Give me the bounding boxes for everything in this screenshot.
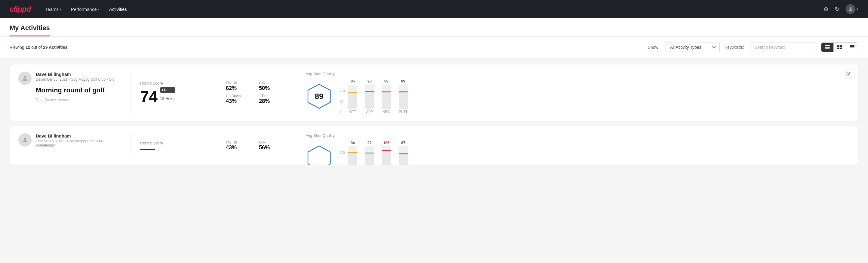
avatar xyxy=(18,71,32,85)
shot-quality-label: Avg Shot Quality xyxy=(306,133,335,138)
page-title: My Activities xyxy=(10,24,50,36)
user-name: Dave Billingham xyxy=(36,71,114,77)
cards-container: Dave Billingham December 05, 2021 - Gog … xyxy=(0,64,868,165)
y-axis: 100 50 0 xyxy=(340,89,345,113)
bar-ott: 94 OTT xyxy=(347,141,359,165)
round-score-section: Round Score 74 +4 18 Holes xyxy=(140,71,206,113)
svg-rect-2 xyxy=(825,47,830,48)
svg-point-14 xyxy=(24,138,26,140)
svg-rect-5 xyxy=(840,45,842,47)
card-left: Dave Billingham October 16, 2021 - Gog M… xyxy=(18,133,121,157)
stat-fw-hit: FW Hit 62% xyxy=(226,81,253,91)
shot-quality-label: Avg Shot Quality xyxy=(306,71,335,76)
divider xyxy=(296,71,296,113)
bar-chart: 100 50 0 94 OTT xyxy=(340,141,409,165)
chevron-down-icon: ▾ xyxy=(857,7,858,11)
bar-app: 92 APP xyxy=(364,141,376,165)
stats-grid: FW Hit 43% GIR 56% xyxy=(226,140,286,151)
page-header: My Activities xyxy=(0,18,868,37)
nav-activities[interactable]: Activities xyxy=(109,4,127,14)
svg-rect-3 xyxy=(825,49,830,49)
nav-right: ⊕ ↻ ▾ xyxy=(824,4,858,14)
score-holes: 18 Holes xyxy=(160,96,175,101)
add-icon[interactable]: ⊕ xyxy=(824,5,829,12)
svg-point-0 xyxy=(850,7,851,9)
divider xyxy=(216,71,216,113)
activity-card: Dave Billingham December 05, 2021 - Gog … xyxy=(10,64,858,121)
divider xyxy=(296,133,296,157)
activity-card-2: Dave Billingham October 16, 2021 - Gog M… xyxy=(10,126,858,165)
round-score-label: Round Score xyxy=(140,141,206,145)
user-avatar-button[interactable]: ▾ xyxy=(846,4,858,14)
card-title: Morning round of golf xyxy=(36,86,114,94)
keywords-label: Keywords: xyxy=(724,45,744,50)
activity-type-select[interactable]: All Activity Types xyxy=(665,42,720,52)
round-score-section: Round Score xyxy=(140,133,206,157)
bar-arg: 89 ARG xyxy=(380,79,393,113)
round-score-label: Round Score xyxy=(140,81,206,85)
logo: clippd xyxy=(10,4,31,14)
svg-rect-9 xyxy=(850,46,855,47)
keyword-input[interactable] xyxy=(750,42,816,52)
edit-button[interactable] xyxy=(844,69,853,79)
round-score-row: 74 +4 18 Holes xyxy=(140,87,206,105)
svg-rect-10 xyxy=(850,48,855,48)
divider xyxy=(130,71,130,113)
bar-putt: 87 PUTT xyxy=(397,141,409,165)
user-date: December 05, 2021 - Gog Magog Golf Club … xyxy=(36,77,114,82)
bar-putt: 89 PUTT xyxy=(397,79,409,113)
hexagon-score xyxy=(306,144,333,165)
user-date: October 16, 2021 - Gog Magog Golf Club -… xyxy=(36,139,121,147)
avatar xyxy=(846,4,856,14)
svg-rect-4 xyxy=(837,45,839,47)
score-badge: +4 xyxy=(160,87,175,93)
stats-grid: FW Hit 62% GIR 50% Up/Down 43% 1 Putt 28… xyxy=(226,81,286,105)
y-axis: 100 50 0 xyxy=(340,151,345,165)
avatar xyxy=(18,133,32,147)
show-label: Show: xyxy=(648,45,659,50)
divider xyxy=(216,133,216,157)
svg-point-12 xyxy=(24,76,26,78)
chevron-down-icon: ▾ xyxy=(60,7,61,11)
user-name: Dave Billingham xyxy=(36,133,121,139)
bar-ott: 85 OTT xyxy=(347,79,359,113)
view-compact-button[interactable] xyxy=(846,43,858,52)
card-user-info: Dave Billingham December 05, 2021 - Gog … xyxy=(36,71,114,102)
view-grid-button[interactable] xyxy=(834,43,846,52)
view-toggles xyxy=(821,42,858,52)
bars: 85 OTT 90 xyxy=(347,79,409,113)
card-user-info: Dave Billingham October 16, 2021 - Gog M… xyxy=(36,133,121,147)
shot-quality-section: Avg Shot Quality 89 100 50 0 xyxy=(306,71,850,113)
bar-app: 90 APP xyxy=(364,79,376,113)
view-list-button[interactable] xyxy=(822,43,834,52)
nav-teams[interactable]: Teams ▾ xyxy=(45,4,61,14)
svg-marker-15 xyxy=(308,146,330,165)
shot-quality-content: 100 50 0 94 OTT xyxy=(306,141,409,165)
card-left: Dave Billingham December 05, 2021 - Gog … xyxy=(18,71,121,113)
score-big: 74 xyxy=(140,89,158,105)
svg-rect-6 xyxy=(837,48,839,49)
hex-number: 89 xyxy=(315,92,323,101)
refresh-icon[interactable]: ↻ xyxy=(835,5,840,12)
svg-rect-11 xyxy=(850,49,855,49)
bar-chart: 100 50 0 85 OTT xyxy=(340,79,409,113)
nav-performance[interactable]: Performance ▾ xyxy=(71,4,99,14)
hexagon-score: 89 xyxy=(306,83,333,110)
stat-updown: Up/Down 43% xyxy=(226,94,253,105)
shot-quality-section: Avg Shot Quality 100 50 0 94 xyxy=(306,133,850,157)
divider xyxy=(130,133,130,157)
data-source: Data Source: Arccos xyxy=(36,98,114,102)
svg-rect-8 xyxy=(850,45,855,46)
bar-arg: 106 ARG xyxy=(380,141,393,165)
chevron-down-icon: ▾ xyxy=(98,7,99,11)
bars: 94 OTT 92 xyxy=(347,141,409,165)
svg-rect-7 xyxy=(840,48,842,49)
stat-gir: GIR 50% xyxy=(259,81,286,91)
stat-1putt: 1 Putt 28% xyxy=(259,94,286,105)
svg-rect-1 xyxy=(825,45,830,46)
stat-gir: GIR 56% xyxy=(259,140,286,151)
shot-quality-content: 89 100 50 0 85 xyxy=(306,79,409,113)
filter-bar: Viewing 12 out of 29 Activities Show: Al… xyxy=(0,37,868,58)
stat-fw-hit: FW Hit 43% xyxy=(226,140,253,151)
navbar: clippd Teams ▾ Performance ▾ Activities … xyxy=(0,0,868,18)
